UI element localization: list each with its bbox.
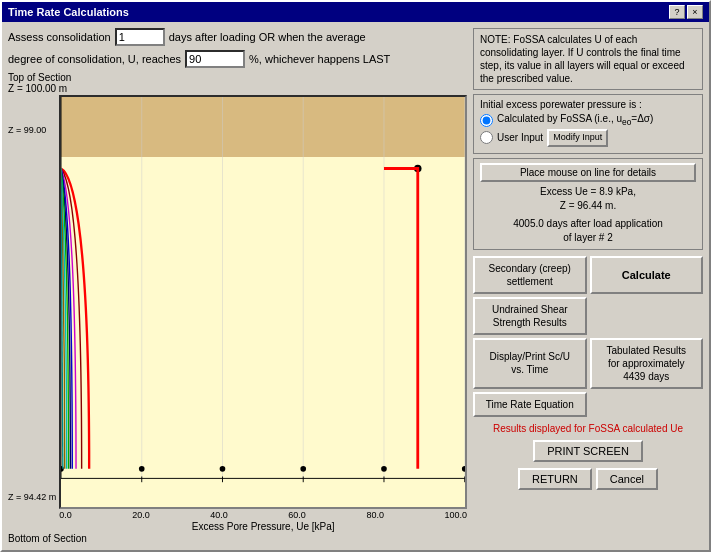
radio-group: Initial excess porewater pressure is : C… (473, 94, 703, 154)
modify-input-button[interactable]: Modify Input (547, 129, 608, 147)
whichever-label: %, whichever happens LAST (249, 53, 390, 65)
z-99-label: Z = 99.00 (8, 125, 56, 135)
radio-user-row: User Input Modify Input (480, 129, 696, 147)
radio-group-title: Initial excess porewater pressure is : (480, 99, 696, 110)
title-bar-buttons: ? × (669, 5, 703, 19)
display-sc-button[interactable]: Display/Print Sc/Uvs. Time (473, 338, 587, 389)
note-text: NOTE: FoSSA calculates U of each consoli… (480, 34, 685, 84)
x-axis-labels: 0.0 20.0 40.0 60.0 80.0 100.0 (59, 510, 467, 520)
z-bottom-label: Z = 94.42 m (8, 492, 56, 502)
title-bar: Time Rate Calculations ? × (2, 2, 709, 22)
svg-point-9 (220, 466, 226, 472)
bottom-section-label: Bottom of Section (8, 533, 87, 544)
degree-label: degree of consolidation, U, reaches (8, 53, 181, 65)
place-mouse-button[interactable]: Place mouse on line for details (480, 163, 696, 182)
percent-input[interactable] (185, 50, 245, 68)
mouse-info-text: Excess Ue = 8.9 kPa, Z = 96.44 m. 4005.0… (480, 185, 696, 245)
radio-calculated-label: Calculated by FoSSA (i.e., ueo=Δσ) (497, 113, 653, 127)
days-info: 4005.0 days after load application (480, 217, 696, 231)
window-title: Time Rate Calculations (8, 6, 129, 18)
left-panel: Assess consolidation days after loading … (8, 28, 467, 544)
secondary-settlement-button[interactable]: Secondary (creep)settlement (473, 256, 587, 294)
radio-user-label: User Input (497, 132, 543, 143)
status-text: Results displayed for FoSSA calculated U… (473, 423, 703, 434)
bottom-buttons: PRINT SCREEN (473, 440, 703, 462)
days-or-label: days after loading OR when the average (169, 31, 366, 43)
svg-point-8 (139, 466, 145, 472)
chart-area (59, 95, 467, 509)
mouse-info-box: Place mouse on line for details Excess U… (473, 158, 703, 250)
radio-calculated[interactable] (480, 114, 493, 127)
note-box: NOTE: FoSSA calculates U of each consoli… (473, 28, 703, 90)
top-section-label: Top of Section Z = 100.00 m (8, 72, 71, 94)
calculate-button[interactable]: Calculate (590, 256, 704, 294)
tabulated-results-button[interactable]: Tabulated Resultsfor approximately4439 d… (590, 338, 704, 389)
print-screen-button[interactable]: PRINT SCREEN (533, 440, 643, 462)
svg-point-12 (462, 466, 465, 472)
return-cancel-buttons: RETURN Cancel (473, 468, 703, 490)
action-buttons-grid: Secondary (creep)settlement Calculate Un… (473, 256, 703, 417)
z-value: Z = 96.44 m. (480, 199, 696, 213)
layer-info: of layer # 2 (480, 231, 696, 245)
right-panel: NOTE: FoSSA calculates U of each consoli… (473, 28, 703, 544)
undrained-shear-button[interactable]: Undrained ShearStrength Results (473, 297, 587, 335)
help-button[interactable]: ? (669, 5, 685, 19)
svg-point-10 (301, 466, 307, 472)
days-input[interactable] (115, 28, 165, 46)
return-button[interactable]: RETURN (518, 468, 592, 490)
status-area: Results displayed for FoSSA calculated U… (473, 423, 703, 434)
main-window: Time Rate Calculations ? × Assess consol… (0, 0, 711, 552)
close-button[interactable]: × (687, 5, 703, 19)
radio-calculated-row: Calculated by FoSSA (i.e., ueo=Δσ) (480, 113, 696, 127)
main-content: Assess consolidation days after loading … (2, 22, 709, 550)
excess-ue-value: Excess Ue = 8.9 kPa, (480, 185, 696, 199)
cancel-button[interactable]: Cancel (596, 468, 658, 490)
time-rate-equation-button[interactable]: Time Rate Equation (473, 392, 587, 417)
radio-user-input[interactable] (480, 131, 493, 144)
top-controls: Assess consolidation days after loading … (8, 28, 467, 68)
chart-svg (61, 97, 465, 507)
x-axis-title: Excess Pore Pressure, Ue [kPa] (59, 521, 467, 532)
svg-point-11 (381, 466, 387, 472)
assess-label: Assess consolidation (8, 31, 111, 43)
